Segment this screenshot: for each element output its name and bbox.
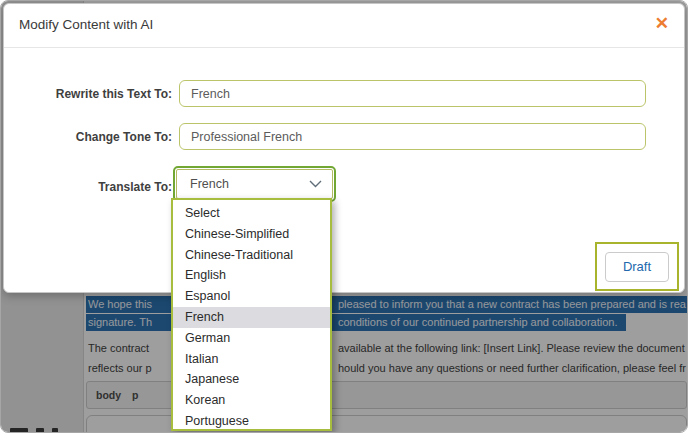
draft-button[interactable]: Draft <box>605 252 669 282</box>
header-divider <box>4 47 684 48</box>
dropdown-option-chinese-traditional[interactable]: Chinese-Traditional <box>173 245 330 266</box>
dropdown-option-english[interactable]: English <box>173 265 330 286</box>
translate-to-select[interactable]: French <box>176 169 333 199</box>
translate-to-label: Translate To: <box>4 180 172 194</box>
dropdown-option-portuguese[interactable]: Portuguese <box>173 411 330 431</box>
change-tone-label: Change Tone To: <box>4 130 172 144</box>
draft-button-focus-outline: Draft <box>595 242 679 291</box>
dropdown-option-korean[interactable]: Korean <box>173 390 330 411</box>
change-tone-input[interactable] <box>179 123 646 150</box>
dropdown-option-french[interactable]: French <box>173 307 330 328</box>
dropdown-option-espanol[interactable]: Espanol <box>173 286 330 307</box>
chevron-down-icon <box>309 180 322 188</box>
close-icon[interactable]: ✕ <box>655 13 669 35</box>
dropdown-option-select[interactable]: Select <box>173 203 330 224</box>
dropdown-option-japanese[interactable]: Japanese <box>173 369 330 390</box>
dropdown-option-german[interactable]: German <box>173 328 330 349</box>
rewrite-text-input[interactable] <box>179 80 646 107</box>
dialog-title: Modify Content with AI <box>19 17 153 32</box>
app-window: We hope this pleased to inform you that … <box>0 0 688 433</box>
translate-to-selected-value: French <box>190 177 229 191</box>
rewrite-text-label: Rewrite this Text To: <box>4 87 172 101</box>
modify-content-dialog: Modify Content with AI ✕ Rewrite this Te… <box>3 3 685 293</box>
dropdown-option-italian[interactable]: Italian <box>173 349 330 370</box>
translate-to-dropdown-list: Select Chinese-Simplified Chinese-Tradit… <box>171 198 332 431</box>
dropdown-option-chinese-simplified[interactable]: Chinese-Simplified <box>173 224 330 245</box>
